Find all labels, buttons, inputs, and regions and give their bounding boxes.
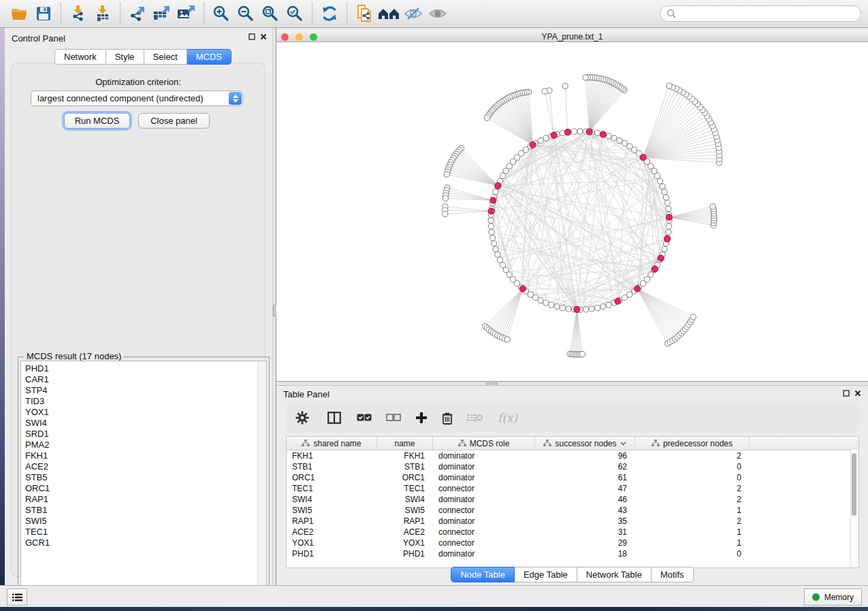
table-row[interactable]: SWI5SWI5connector431: [287, 505, 858, 516]
delete-column-icon[interactable]: [442, 412, 453, 425]
table-panel-title: Table Panel: [283, 389, 329, 399]
mcds-result-item[interactable]: GCR1: [21, 538, 258, 548]
mcds-result-item[interactable]: PHD1: [21, 363, 258, 374]
close-panel-icon[interactable]: [854, 390, 861, 397]
tab-select[interactable]: Select: [144, 49, 187, 65]
table-row[interactable]: TEC1TEC1connector472: [287, 483, 858, 494]
table-row[interactable]: FKH1FKH1dominator962: [287, 450, 858, 461]
criterion-dropdown[interactable]: largest connected component (undirected): [31, 90, 243, 106]
horizontal-splitter[interactable]: [276, 381, 868, 386]
column-header-mcds-role[interactable]: MCDS role: [433, 437, 535, 450]
mcds-result-item[interactable]: FKH1: [21, 450, 258, 461]
cell-mcds-role: connector: [433, 484, 535, 493]
cell-name: FKH1: [377, 451, 433, 461]
tab-network[interactable]: Network: [54, 49, 106, 65]
mcds-result-item[interactable]: STB1: [21, 505, 258, 516]
save-icon: [35, 5, 52, 22]
cell-shared-name: PHD1: [287, 549, 377, 559]
toolbar-separator: [312, 3, 312, 24]
task-history-button[interactable]: [7, 589, 27, 606]
zoom-fit-icon: [261, 5, 279, 22]
split-panel-icon[interactable]: [327, 412, 341, 424]
import-table-button[interactable]: [91, 3, 115, 24]
delete-table-icon: [467, 413, 483, 423]
gear-icon[interactable]: [295, 411, 309, 425]
network-graph[interactable]: [276, 42, 868, 381]
mcds-list-scrollbar[interactable]: [257, 361, 266, 585]
tab-node-table[interactable]: Node Table: [451, 567, 515, 582]
table-row[interactable]: RAP1RAP1dominator352: [287, 516, 858, 527]
mcds-result-listbox[interactable]: PHD1CAR1STP4TID3YOX1SWI4SRD1PMA2FKH1ACE2…: [20, 361, 267, 585]
close-panel-icon[interactable]: [260, 33, 267, 40]
zoom-selected-icon: [286, 5, 304, 22]
memory-button[interactable]: Memory: [804, 589, 862, 606]
table-row[interactable]: YOX1YOX1connector291: [287, 538, 858, 548]
network-window-title: YPA_prune.txt_1: [276, 32, 868, 42]
column-header-name[interactable]: name: [377, 437, 433, 450]
refresh-button[interactable]: [317, 3, 342, 24]
tab-motifs[interactable]: Motifs: [652, 567, 694, 582]
mcds-result-item[interactable]: SWI5: [21, 516, 258, 527]
scrollbar-thumb[interactable]: [852, 453, 856, 516]
run-mcds-button[interactable]: Run MCDS: [64, 113, 130, 129]
tab-mcds[interactable]: MCDS: [187, 49, 231, 65]
table-row[interactable]: STB1STB1dominator620: [287, 461, 858, 472]
tab-style[interactable]: Style: [106, 49, 144, 65]
mcds-result-item[interactable]: SWI4: [21, 418, 258, 429]
cell-successor-nodes: 61: [535, 473, 635, 482]
float-panel-icon[interactable]: [843, 390, 850, 397]
cell-name: YOX1: [377, 538, 433, 548]
column-header-successor-nodes[interactable]: successor nodes: [535, 437, 635, 450]
cell-mcds-role: dominator: [433, 516, 535, 526]
table-row[interactable]: SWI4SWI4dominator462: [287, 494, 858, 505]
tab-network-table[interactable]: Network Table: [577, 567, 652, 582]
search-box[interactable]: [660, 5, 861, 22]
mcds-result-item[interactable]: ACE2: [21, 461, 258, 472]
table-row[interactable]: ORC1ORC1dominator610: [287, 472, 858, 483]
hide-selected-button[interactable]: [401, 3, 425, 24]
table-row[interactable]: ACE2ACE2connector311: [287, 527, 858, 538]
column-header-predecessor-nodes[interactable]: predecessor nodes: [635, 437, 750, 450]
network-canvas[interactable]: [276, 42, 868, 381]
node-table[interactable]: shared namenameMCDS rolesuccessor nodesp…: [286, 436, 859, 568]
toolbar-separator: [204, 3, 204, 24]
mcds-result-item[interactable]: CAR1: [21, 374, 258, 385]
deselect-all-icon[interactable]: [386, 414, 401, 422]
search-input[interactable]: [679, 8, 854, 19]
network-window-titlebar[interactable]: YPA_prune.txt_1: [276, 31, 868, 42]
copy-network-button[interactable]: [352, 3, 376, 24]
mcds-result-item[interactable]: TID3: [21, 396, 258, 407]
export-table-button[interactable]: [150, 3, 174, 24]
export-table-icon: [152, 5, 172, 22]
refresh-icon: [320, 5, 339, 22]
mcds-result-item[interactable]: TEC1: [21, 527, 258, 538]
table-row[interactable]: PHD1PHD1dominator180: [287, 548, 858, 559]
zoom-out-button[interactable]: [234, 3, 258, 24]
table-scrollbar[interactable]: [850, 450, 858, 567]
float-panel-icon[interactable]: [248, 33, 255, 40]
column-header-shared-name[interactable]: shared name: [287, 437, 377, 450]
mcds-result-item[interactable]: PMA2: [21, 440, 258, 450]
close-panel-button[interactable]: Close panel: [138, 113, 210, 129]
export-network-button[interactable]: [125, 3, 150, 24]
zoom-selected-button[interactable]: [283, 3, 307, 24]
list-icon: [12, 593, 22, 601]
mcds-result-item[interactable]: STP4: [21, 385, 258, 396]
show-all-button[interactable]: [425, 3, 450, 24]
add-column-icon[interactable]: [415, 412, 428, 424]
mcds-result-item[interactable]: SRD1: [21, 429, 258, 440]
mcds-result-item[interactable]: YOX1: [21, 407, 258, 418]
import-network-button[interactable]: [66, 3, 91, 24]
first-neighbors-button[interactable]: [376, 3, 401, 24]
cell-shared-name: SWI4: [287, 495, 377, 504]
zoom-in-button[interactable]: [209, 3, 234, 24]
tab-edge-table[interactable]: Edge Table: [515, 567, 577, 582]
mcds-result-item[interactable]: RAP1: [21, 494, 258, 505]
save-session-button[interactable]: [31, 3, 56, 24]
export-image-button[interactable]: [174, 3, 199, 24]
zoom-fit-button[interactable]: [258, 3, 283, 24]
mcds-result-item[interactable]: ORC1: [21, 483, 258, 494]
mcds-result-item[interactable]: STB5: [21, 472, 258, 483]
open-file-button[interactable]: [7, 3, 31, 24]
select-all-icon[interactable]: [357, 414, 372, 422]
